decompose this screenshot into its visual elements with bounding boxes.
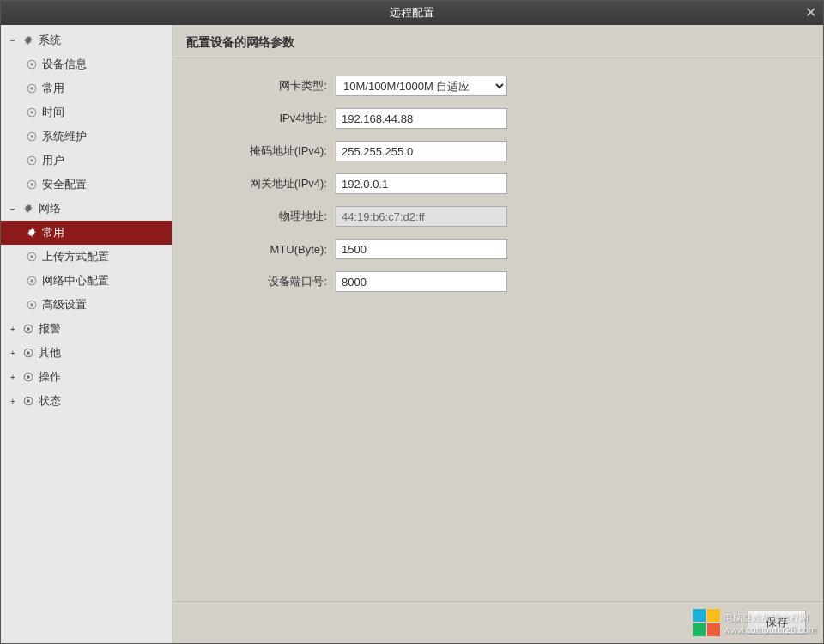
sidebar-item-user[interactable]: 用户	[1, 149, 172, 173]
nic-type-row: 网卡类型: 10M/100M/1000M 自适应 10M 100M 1000M	[198, 76, 797, 96]
status-collapse-icon: +	[8, 396, 18, 406]
svg-rect-18	[693, 623, 706, 636]
close-button[interactable]: ✕	[805, 6, 816, 20]
sidebar-group-other[interactable]: + 其他	[1, 341, 172, 365]
svg-point-5	[30, 159, 33, 162]
security-icon	[25, 178, 39, 191]
upload-config-label: 上传方式配置	[42, 249, 109, 264]
svg-point-4	[30, 135, 33, 138]
sidebar-group-operation[interactable]: + 操作	[1, 365, 172, 389]
ipv4-input[interactable]	[336, 108, 507, 129]
advanced-label: 高级设置	[42, 297, 87, 313]
content-area: − 系统 设备信息	[1, 25, 823, 643]
mtu-row: MTU(Byte):	[198, 239, 797, 259]
svg-point-3	[30, 111, 33, 114]
sidebar-group-status[interactable]: + 状态	[1, 389, 172, 413]
device-info-icon	[25, 58, 39, 71]
gateway-input[interactable]	[336, 173, 507, 194]
sidebar-item-time[interactable]: 时间	[1, 100, 172, 125]
system-group-label: 系统	[39, 33, 61, 48]
main-content: 配置设备的网络参数 网卡类型: 10M/100M/1000M 自适应 10M 1…	[173, 25, 823, 643]
svg-point-15	[27, 399, 30, 403]
ipv4-row: IPv4地址:	[198, 108, 797, 129]
other-gear-icon	[21, 346, 35, 360]
sidebar-item-advanced[interactable]: 高级设置	[1, 293, 172, 317]
user-icon	[25, 154, 39, 167]
svg-point-13	[27, 351, 30, 355]
watermark-logo	[693, 609, 720, 636]
status-gear-icon	[21, 394, 35, 408]
watermark-text: 电脑疑难故障教程网www.computer26.com	[724, 611, 816, 635]
svg-rect-16	[693, 609, 706, 622]
svg-rect-17	[707, 609, 720, 622]
form-area: 网卡类型: 10M/100M/1000M 自适应 10M 100M 1000M …	[173, 58, 823, 601]
port-input[interactable]	[336, 271, 507, 292]
subnet-input[interactable]	[336, 141, 507, 161]
sidebar-group-network[interactable]: − 网络	[1, 197, 172, 221]
sidebar-item-common[interactable]: 常用	[1, 76, 172, 100]
main-header-title: 配置设备的网络参数	[186, 35, 294, 49]
maintenance-icon	[25, 130, 39, 143]
main-window: 远程配置 ✕ − 系统	[0, 0, 824, 644]
svg-point-9	[30, 255, 33, 258]
operation-collapse-icon: +	[8, 372, 18, 382]
system-items: 设备信息 常用 时间	[1, 52, 172, 197]
window-title: 远程配置	[390, 5, 434, 21]
system-gear-icon	[21, 33, 35, 47]
system-collapse-icon: −	[8, 35, 18, 46]
ipv4-label: IPv4地址:	[198, 111, 336, 126]
network-common-label: 常用	[42, 225, 64, 240]
sidebar-group-alarm[interactable]: + 报警	[1, 317, 172, 341]
sidebar-item-maintenance[interactable]: 系统维护	[1, 125, 172, 149]
svg-point-10	[30, 279, 33, 283]
subnet-row: 掩码地址(IPv4):	[198, 141, 797, 161]
svg-rect-19	[707, 623, 720, 636]
svg-point-11	[30, 303, 33, 307]
svg-point-1	[30, 63, 33, 66]
other-group-label: 其他	[39, 345, 61, 361]
nic-type-label: 网卡类型:	[198, 78, 336, 94]
alarm-collapse-icon: +	[8, 324, 18, 334]
mtu-label: MTU(Byte):	[198, 243, 336, 256]
advanced-icon	[25, 298, 39, 312]
mac-input	[336, 206, 507, 227]
other-collapse-icon: +	[8, 348, 18, 358]
time-label: 时间	[42, 105, 64, 120]
operation-group-label: 操作	[39, 369, 61, 385]
mac-label: 物理地址:	[198, 209, 336, 224]
status-group-label: 状态	[39, 393, 61, 409]
main-header: 配置设备的网络参数	[173, 25, 823, 58]
network-common-icon	[25, 226, 39, 240]
svg-point-6	[30, 183, 33, 186]
mtu-input[interactable]	[336, 239, 507, 259]
nic-type-select[interactable]: 10M/100M/1000M 自适应 10M 100M 1000M	[336, 76, 507, 96]
network-center-label: 网络中心配置	[42, 273, 109, 289]
sidebar-item-security[interactable]: 安全配置	[1, 173, 172, 197]
sidebar: − 系统 设备信息	[1, 25, 173, 643]
sidebar-item-network-center[interactable]: 网络中心配置	[1, 269, 172, 293]
svg-point-14	[27, 375, 30, 379]
device-info-label: 设备信息	[42, 57, 87, 72]
svg-point-2	[30, 87, 33, 90]
sidebar-item-device-info[interactable]: 设备信息	[1, 52, 172, 76]
network-gear-icon	[21, 202, 35, 216]
port-label: 设备端口号:	[198, 274, 336, 289]
svg-point-12	[27, 327, 30, 331]
common-icon	[25, 82, 39, 95]
security-label: 安全配置	[42, 177, 87, 192]
upload-config-icon	[25, 250, 39, 264]
gateway-row: 网关地址(IPv4):	[198, 173, 797, 194]
time-icon	[25, 106, 39, 119]
alarm-group-label: 报警	[39, 321, 61, 337]
operation-gear-icon	[21, 370, 35, 384]
title-bar: 远程配置 ✕	[1, 1, 823, 25]
subnet-label: 掩码地址(IPv4):	[198, 143, 336, 159]
user-label: 用户	[42, 153, 64, 168]
sidebar-item-upload-config[interactable]: 上传方式配置	[1, 245, 172, 269]
network-center-icon	[25, 274, 39, 288]
gateway-label: 网关地址(IPv4):	[198, 176, 336, 191]
mac-row: 物理地址:	[198, 206, 797, 227]
sidebar-item-network-common[interactable]: 常用	[1, 221, 172, 245]
sidebar-group-system[interactable]: − 系统	[1, 28, 172, 52]
maintenance-label: 系统维护	[42, 129, 87, 144]
